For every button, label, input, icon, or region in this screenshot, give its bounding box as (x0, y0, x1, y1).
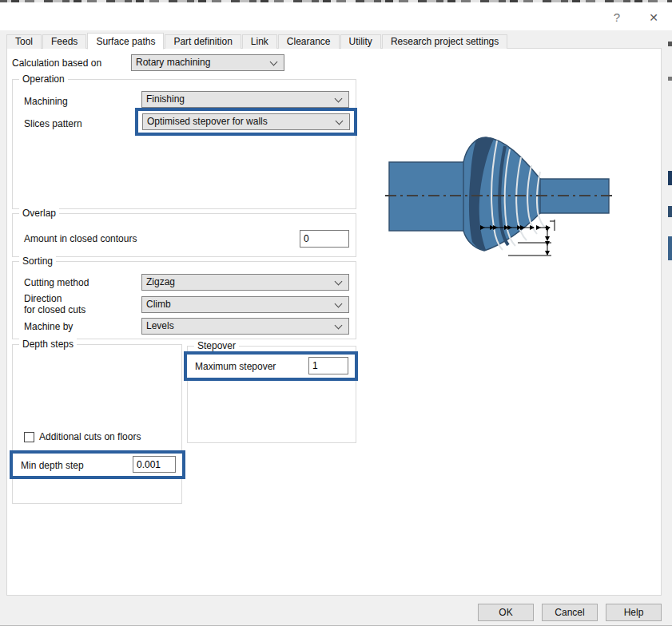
overlap-group: Overlap Amount in closed contours (12, 213, 356, 257)
chevron-down-icon (270, 58, 278, 66)
min-depth-step-highlight: Min depth step (10, 450, 185, 479)
dialog-button-bar: OK Cancel Help (0, 596, 672, 626)
background-fragment (668, 171, 672, 185)
chevron-down-icon (336, 117, 344, 125)
calculation-based-on-value: Rotary machining (136, 57, 210, 68)
amount-closed-contours-label: Amount in closed contours (24, 233, 137, 244)
sorting-group: Sorting Cutting method Zigzag Direction … (12, 261, 356, 339)
machine-by-select[interactable]: Levels (141, 318, 349, 335)
min-depth-step-input[interactable] (133, 456, 176, 473)
cutting-method-select[interactable]: Zigzag (141, 274, 349, 291)
ok-button[interactable]: OK (478, 604, 534, 621)
calculation-based-on-label: Calculation based on (12, 57, 101, 69)
rotary-machining-illustration (384, 133, 617, 263)
background-fragment (668, 77, 672, 81)
chevron-down-icon (335, 300, 343, 308)
machining-value: Finishing (146, 93, 185, 105)
machine-by-label: Machine by (24, 321, 73, 332)
slices-pattern-value: Optimised stepover for walls (147, 116, 268, 127)
machining-select[interactable]: Finishing (141, 91, 349, 108)
maximum-stepover-label: Maximum stepover (195, 361, 276, 372)
chevron-down-icon (335, 278, 343, 286)
background-fragment (668, 206, 672, 217)
sorting-group-title: Sorting (19, 256, 56, 267)
tab-research-project-settings[interactable]: Research project settings (382, 34, 507, 49)
cutting-method-value: Zigzag (146, 276, 175, 287)
maximum-stepover-highlight: Maximum stepover (184, 351, 358, 381)
tab-tool[interactable]: Tool (6, 34, 42, 49)
chevron-down-icon (335, 95, 343, 103)
calculation-based-on-select[interactable]: Rotary machining (131, 54, 284, 71)
tab-link[interactable]: Link (242, 34, 277, 49)
cutting-method-label: Cutting method (24, 277, 89, 288)
slices-pattern-label: Slices pattern (24, 118, 82, 129)
chevron-down-icon (335, 322, 343, 330)
slices-pattern-select[interactable]: Optimised stepover for walls (142, 113, 350, 130)
direction-closed-cuts-label: Direction for closed cuts (24, 293, 85, 315)
tab-clearance[interactable]: Clearance (278, 34, 340, 49)
depth-steps-group: Depth steps Additional cuts on floors (12, 344, 182, 504)
background-fragment (668, 236, 672, 260)
tab-surface-paths[interactable]: Surface paths (87, 33, 164, 50)
tab-page-surface-paths: Calculation based on Rotary machining Op… (6, 48, 662, 596)
slices-pattern-highlight: Optimised stepover for walls (135, 108, 357, 136)
direction-closed-cuts-select[interactable]: Climb (141, 296, 349, 313)
tab-bar: Tool Feeds Surface paths Part definition… (6, 33, 508, 49)
direction-closed-cuts-value: Climb (146, 299, 171, 310)
close-icon[interactable]: ✕ (643, 9, 664, 26)
maximum-stepover-input[interactable] (308, 357, 348, 374)
background-fragment (668, 42, 672, 46)
tab-feeds[interactable]: Feeds (42, 34, 86, 49)
additional-cuts-row[interactable]: Additional cuts on floors (24, 431, 141, 442)
help-button[interactable]: Help (606, 604, 662, 621)
tab-part-definition[interactable]: Part definition (165, 34, 241, 49)
additional-cuts-label: Additional cuts on floors (39, 431, 141, 442)
dialog-titlebar: ? ✕ (0, 2, 672, 30)
help-icon[interactable]: ? (608, 9, 626, 26)
amount-closed-contours-input[interactable] (300, 230, 349, 248)
machine-by-value: Levels (146, 320, 174, 331)
additional-cuts-checkbox[interactable] (24, 432, 34, 442)
operation-group: Operation Machining Finishing Slices pat… (12, 79, 356, 209)
stepover-group-title: Stepover (194, 340, 239, 351)
min-depth-step-label: Min depth step (21, 460, 84, 471)
depth-steps-group-title: Depth steps (19, 339, 77, 350)
operation-group-title: Operation (19, 73, 68, 85)
cancel-button[interactable]: Cancel (542, 604, 598, 621)
overlap-group-title: Overlap (19, 208, 59, 219)
tab-utility[interactable]: Utility (340, 34, 381, 49)
machining-label: Machining (24, 96, 68, 107)
